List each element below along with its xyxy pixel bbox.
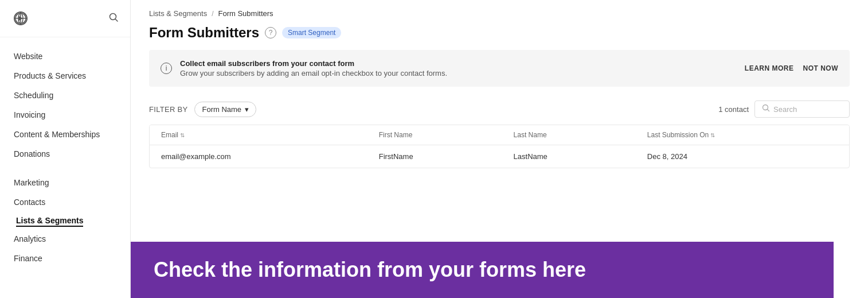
- page-title: Form Submitters: [149, 25, 259, 41]
- sidebar-item-content[interactable]: Content & Memberships: [0, 125, 130, 144]
- form-name-filter-label: Form Name: [202, 105, 241, 114]
- not-now-button[interactable]: NOT NOW: [803, 64, 839, 72]
- sidebar-item-invoicing[interactable]: Invoicing: [0, 105, 130, 125]
- svg-rect-1: [20, 13, 21, 24]
- lists-segments-link[interactable]: Lists & Segments: [16, 216, 83, 227]
- page-title-row: Form Submitters ? Smart Segment: [131, 22, 868, 50]
- cell-email[interactable]: email@example.com: [150, 145, 367, 168]
- nav-divider: [0, 164, 130, 173]
- banner-title: Collect email subscribers from your cont…: [180, 59, 737, 68]
- cell-first-name: FirstName: [367, 145, 502, 168]
- main-content: Lists & Segments / Form Submitters Form …: [131, 0, 868, 298]
- form-name-filter[interactable]: Form Name ▾: [194, 102, 256, 117]
- sidebar-item-website[interactable]: Website: [0, 47, 130, 66]
- breadcrumb: Lists & Segments / Form Submitters: [131, 0, 868, 22]
- logo[interactable]: [11, 9, 30, 28]
- table-container: Email⇅ First Name Last Name Last Submiss…: [149, 125, 850, 168]
- svg-line-7: [768, 110, 769, 111]
- filter-by-label: FILTER BY: [149, 105, 187, 114]
- sub-nav-lists[interactable]: Lists & Segments: [0, 212, 130, 229]
- svg-line-5: [116, 19, 118, 21]
- sidebar-item-donations[interactable]: Donations: [0, 144, 130, 164]
- breadcrumb-parent[interactable]: Lists & Segments: [149, 9, 207, 18]
- search-icon: [762, 104, 770, 114]
- sidebar-nav: Website Products & Services Scheduling I…: [0, 37, 130, 277]
- contact-count: 1 contact: [718, 105, 749, 114]
- table-row: email@example.com FirstName LastName Dec…: [150, 145, 849, 168]
- chevron-down-icon: ▾: [245, 105, 249, 114]
- sidebar-item-finance[interactable]: Finance: [0, 249, 130, 268]
- sidebar: Website Products & Services Scheduling I…: [0, 0, 131, 298]
- banner-subtitle: Grow your subscribers by adding an email…: [180, 69, 737, 78]
- filter-right: 1 contact: [718, 100, 850, 118]
- sidebar-item-scheduling[interactable]: Scheduling: [0, 86, 130, 105]
- info-icon: i: [161, 63, 172, 74]
- sidebar-item-marketing[interactable]: Marketing: [0, 173, 130, 192]
- table-header-row: Email⇅ First Name Last Name Last Submiss…: [150, 125, 849, 145]
- tooltip-overlay: Check the information from your forms he…: [131, 242, 834, 298]
- contacts-table: Email⇅ First Name Last Name Last Submiss…: [150, 125, 849, 168]
- tooltip-text: Check the information from your forms he…: [154, 258, 586, 282]
- col-email[interactable]: Email⇅: [150, 125, 367, 145]
- info-banner: i Collect email subscribers from your co…: [149, 50, 850, 87]
- sidebar-item-products[interactable]: Products & Services: [0, 66, 130, 86]
- sidebar-item-contacts[interactable]: Contacts: [0, 192, 130, 212]
- sidebar-search-icon[interactable]: [108, 12, 119, 25]
- col-last-name[interactable]: Last Name: [502, 125, 636, 145]
- filter-row: FILTER BY Form Name ▾ 1 contact: [131, 96, 868, 125]
- sidebar-header: [0, 0, 130, 37]
- svg-point-4: [110, 13, 116, 20]
- breadcrumb-current: Form Submitters: [218, 9, 273, 18]
- search-box[interactable]: [754, 100, 850, 118]
- breadcrumb-separator: /: [212, 10, 213, 18]
- cell-last-name: LastName: [502, 145, 636, 168]
- col-last-submission[interactable]: Last Submission On⇅: [636, 125, 849, 145]
- filter-left: FILTER BY Form Name ▾: [149, 102, 256, 117]
- learn-more-button[interactable]: LEARN MORE: [745, 64, 794, 72]
- cell-last-submission: Dec 8, 2024: [636, 145, 849, 168]
- banner-text: Collect email subscribers from your cont…: [180, 59, 737, 78]
- sidebar-item-analytics[interactable]: Analytics: [0, 229, 130, 249]
- banner-actions: LEARN MORE NOT NOW: [745, 64, 838, 72]
- col-first-name[interactable]: First Name: [367, 125, 502, 145]
- smart-segment-badge: Smart Segment: [282, 27, 341, 38]
- help-icon[interactable]: ?: [265, 27, 276, 38]
- search-input[interactable]: [773, 105, 842, 114]
